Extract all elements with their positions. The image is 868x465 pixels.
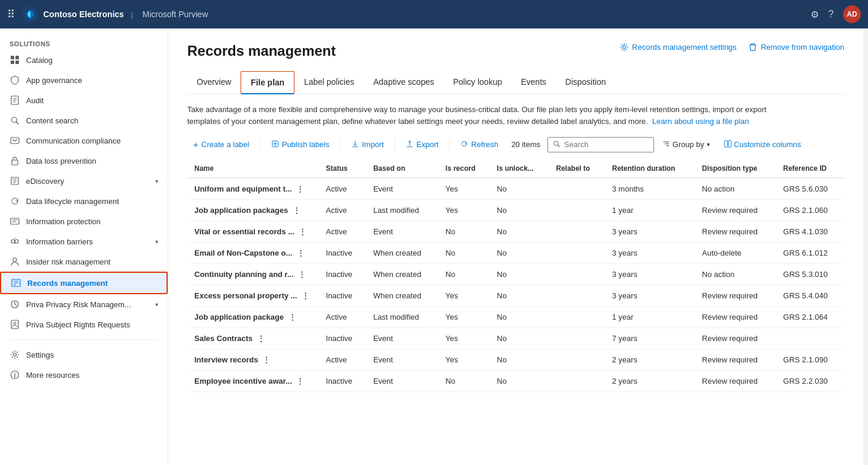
- export-button[interactable]: Export: [400, 137, 445, 152]
- row-context-menu-icon[interactable]: ⋮: [294, 249, 307, 257]
- cell-based-on: When created: [366, 264, 438, 285]
- help-icon[interactable]: ?: [828, 9, 834, 20]
- sidebar-item-label: Data loss prevention: [26, 157, 158, 165]
- col-header-retention-duration[interactable]: Retention duration: [605, 160, 695, 178]
- col-header-disposition-type[interactable]: Disposition type: [695, 160, 776, 178]
- sidebar-item-catalog[interactable]: Catalog: [0, 50, 168, 70]
- row-context-menu-icon[interactable]: ⋮: [255, 334, 267, 343]
- sidebar-item-label: Priva Subject Rights Requests: [26, 320, 158, 329]
- logo-icon: [22, 6, 39, 23]
- row-context-menu-icon[interactable]: ⋮: [286, 313, 299, 321]
- sidebar-item-data-loss-prevention[interactable]: Data loss prevention: [0, 151, 168, 171]
- cell-status: Inactive: [319, 264, 366, 285]
- cell-status: Active: [319, 200, 366, 221]
- search-input[interactable]: [564, 140, 635, 149]
- sidebar-item-communication-compliance[interactable]: Communication compliance: [0, 130, 168, 151]
- publish-labels-button[interactable]: Publish labels: [265, 137, 335, 152]
- cell-is-record: No: [438, 371, 490, 392]
- content-area: Records management Records management se…: [168, 28, 863, 465]
- avatar[interactable]: AD: [843, 5, 861, 23]
- sidebar-item-settings[interactable]: Settings: [0, 345, 168, 365]
- row-context-menu-icon[interactable]: ⋮: [294, 377, 306, 386]
- sidebar-item-content-search[interactable]: Content search: [0, 110, 168, 130]
- group-by-button[interactable]: Group by ▾: [656, 137, 715, 152]
- records-management-settings-link[interactable]: Records management settings: [620, 43, 736, 52]
- cell-relabel-to: [549, 178, 606, 200]
- row-name-text: Vital or essential records ...: [194, 227, 294, 236]
- tab-policy-lookup[interactable]: Policy lookup: [444, 71, 512, 94]
- svg-rect-12: [12, 160, 18, 165]
- row-context-menu-icon[interactable]: ⋮: [296, 227, 309, 236]
- sidebar-item-records-management[interactable]: Records management: [0, 272, 168, 294]
- scroll-indicator[interactable]: [863, 28, 868, 465]
- row-context-menu-icon[interactable]: ⋮: [296, 270, 308, 279]
- records-management-settings-label: Records management settings: [632, 43, 736, 52]
- col-header-reference-id[interactable]: Reference ID: [776, 160, 844, 178]
- sidebar-item-data-lifecycle[interactable]: Data lifecycle management: [0, 191, 168, 211]
- tab-overview[interactable]: Overview: [187, 71, 241, 94]
- refresh-button[interactable]: Refresh: [454, 137, 504, 152]
- row-context-menu-icon[interactable]: ⋮: [294, 184, 306, 193]
- sidebar-item-label: Communication compliance: [26, 136, 158, 145]
- tab-disposition[interactable]: Disposition: [556, 71, 615, 94]
- page-actions: Records management settings Remove from …: [620, 43, 844, 52]
- svg-point-31: [623, 46, 626, 49]
- col-header-based-on[interactable]: Based on: [366, 160, 438, 178]
- cell-disposition-type: Review required: [695, 200, 776, 221]
- ediscovery-chevron: ▾: [155, 178, 158, 184]
- sidebar-item-label: Audit: [26, 96, 158, 105]
- customize-columns-icon: [724, 140, 732, 149]
- tab-file-plan[interactable]: File plan: [241, 71, 294, 94]
- sidebar-item-priva-privacy[interactable]: Priva Privacy Risk Managem... ▾: [0, 294, 168, 314]
- tab-label-policies[interactable]: Label policies: [294, 71, 364, 94]
- table-header-row: Name Status Based on Is record Is unlock…: [187, 160, 844, 178]
- learn-link[interactable]: Learn about using a file plan: [652, 117, 749, 126]
- cell-status: Active: [319, 349, 366, 371]
- toolbar-separator-2: [340, 139, 341, 151]
- col-header-status[interactable]: Status: [319, 160, 366, 178]
- page-header: Records management Records management se…: [187, 43, 844, 59]
- app-grid-icon[interactable]: ⠿: [7, 8, 15, 21]
- sidebar-item-information-barriers[interactable]: Information barriers ▾: [0, 231, 168, 251]
- tab-events[interactable]: Events: [511, 71, 556, 94]
- customize-columns-button[interactable]: Customize columns: [718, 137, 807, 152]
- cell-disposition-type: No action: [695, 178, 776, 200]
- app-name: Microsoft Purview: [143, 9, 208, 19]
- cell-based-on: Event: [366, 221, 438, 243]
- cell-reference-id: GRS 2.1.060: [776, 200, 844, 221]
- sidebar-item-ediscovery[interactable]: eDiscovery ▾: [0, 171, 168, 191]
- settings-header-icon[interactable]: ⚙: [811, 9, 819, 20]
- sidebar-item-information-protection[interactable]: Information protection: [0, 211, 168, 231]
- cell-is-unlock: No: [490, 221, 549, 243]
- cell-is-record: Yes: [438, 328, 490, 349]
- table-row: Uniform and equipment t... ⋮ Active Even…: [187, 178, 844, 200]
- col-header-relabel-to[interactable]: Relabel to: [549, 160, 606, 178]
- row-context-menu-icon[interactable]: ⋮: [260, 355, 273, 364]
- sidebar-item-label: Information barriers: [26, 237, 149, 246]
- cell-retention-duration: 2 years: [605, 349, 695, 371]
- sidebar-item-audit[interactable]: Audit: [0, 90, 168, 110]
- search-box[interactable]: [547, 137, 654, 152]
- col-header-is-unlock[interactable]: Is unlock...: [490, 160, 549, 178]
- tab-adaptive-scopes[interactable]: Adaptive scopes: [364, 71, 444, 94]
- cell-is-record: Yes: [438, 200, 490, 221]
- col-header-is-record[interactable]: Is record: [438, 160, 490, 178]
- sidebar-item-more-resources[interactable]: More resources: [0, 365, 168, 385]
- logo-area: Contoso Electronics | Microsoft Purview: [22, 6, 208, 23]
- svg-rect-11: [11, 138, 19, 144]
- sidebar-item-label: Insider risk management: [26, 257, 158, 266]
- row-context-menu-icon[interactable]: ⋮: [290, 206, 303, 215]
- sidebar-item-app-governance[interactable]: App governance: [0, 70, 168, 90]
- create-label-button[interactable]: + Create a label: [187, 136, 255, 152]
- col-header-name[interactable]: Name: [187, 160, 319, 178]
- search-box-icon: [553, 140, 560, 149]
- page-description: Take advantage of a more flexible and co…: [187, 104, 780, 127]
- sidebar-item-priva-subject[interactable]: Priva Subject Rights Requests: [0, 314, 168, 335]
- sidebar-item-insider-risk[interactable]: Insider risk management: [0, 251, 168, 272]
- import-button[interactable]: Import: [345, 137, 390, 152]
- cell-is-unlock: No: [490, 307, 549, 328]
- cell-reference-id: GRS 2.1.064: [776, 307, 844, 328]
- cell-is-unlock: No: [490, 243, 549, 264]
- remove-from-navigation-link[interactable]: Remove from navigation: [748, 43, 844, 52]
- row-context-menu-icon[interactable]: ⋮: [299, 291, 312, 300]
